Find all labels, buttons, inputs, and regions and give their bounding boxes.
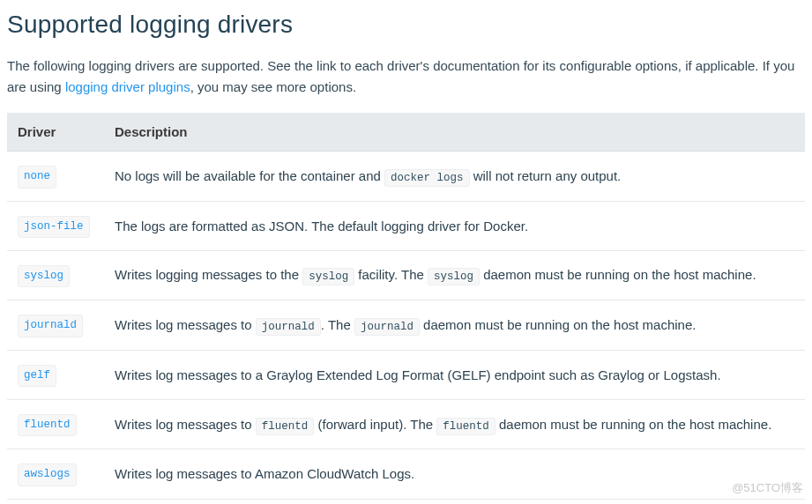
table-row: gelfWrites log messages to a Graylog Ext… — [7, 350, 805, 399]
inline-code: journald — [354, 318, 420, 336]
table-row: json-fileThe logs are formatted as JSON.… — [7, 201, 805, 250]
driver-link-none[interactable]: none — [18, 166, 56, 188]
description-text: daemon must be running on the host machi… — [420, 317, 697, 332]
intro-text-2: , you may see more options. — [190, 79, 356, 94]
drivers-table: Driver Description noneNo logs will be a… — [7, 113, 805, 504]
driver-link-gelf[interactable]: gelf — [18, 365, 56, 387]
driver-link-fluentd[interactable]: fluentd — [18, 414, 77, 436]
intro-paragraph: The following logging drivers are suppor… — [7, 56, 805, 97]
description-cell: Writes logging messages to the syslog fa… — [104, 250, 805, 300]
driver-link-journald[interactable]: journald — [18, 315, 83, 337]
driver-cell: gelf — [7, 350, 104, 399]
driver-link-syslog[interactable]: syslog — [18, 265, 70, 287]
description-text: The logs are formatted as JSON. The defa… — [115, 219, 528, 233]
description-cell: Writes log messages to a Graylog Extende… — [104, 350, 805, 399]
table-row: syslogWrites logging messages to the sys… — [7, 250, 805, 300]
description-cell: Writes log messages to journald. The jou… — [104, 300, 805, 350]
table-header-description: Description — [104, 113, 805, 152]
description-text: Writes log messages to Amazon CloudWatch… — [115, 466, 414, 481]
description-cell: The logs are formatted as JSON. The defa… — [104, 201, 805, 250]
driver-cell: fluentd — [7, 400, 104, 449]
table-row: splunkWrites log messages to splunk usin… — [7, 499, 805, 504]
inline-code: syslog — [302, 268, 354, 285]
description-cell: Writes log messages to Amazon CloudWatch… — [104, 449, 805, 499]
description-text: . The — [321, 317, 354, 332]
table-row: noneNo logs will be available for the co… — [7, 152, 805, 201]
driver-cell: splunk — [7, 499, 104, 504]
table-header-driver: Driver — [7, 113, 104, 152]
description-cell: No logs will be available for the contai… — [104, 152, 805, 201]
description-cell: Writes log messages to splunk using the … — [104, 499, 805, 504]
driver-cell: json-file — [7, 201, 104, 250]
description-text: Writes log messages to — [115, 317, 256, 332]
table-row: fluentdWrites log messages to fluentd (f… — [7, 400, 805, 449]
driver-link-awslogs[interactable]: awslogs — [18, 463, 77, 485]
description-text: Writes logging messages to the — [115, 267, 302, 282]
inline-code: syslog — [428, 268, 480, 285]
driver-cell: awslogs — [7, 449, 104, 499]
inline-code: fluentd — [256, 418, 315, 435]
table-row: journaldWrites log messages to journald.… — [7, 300, 805, 350]
description-text: facility. The — [354, 267, 428, 282]
description-text: will not return any output. — [470, 168, 622, 183]
logging-driver-plugins-link[interactable]: logging driver plugins — [65, 79, 190, 94]
driver-cell: none — [7, 152, 104, 201]
description-cell: Writes log messages to fluentd (forward … — [104, 400, 805, 449]
driver-cell: syslog — [7, 250, 104, 300]
description-text: No logs will be available for the contai… — [115, 168, 384, 183]
inline-code: docker logs — [384, 169, 470, 187]
driver-cell: journald — [7, 300, 104, 350]
description-text: daemon must be running on the host machi… — [480, 267, 756, 282]
description-text: Writes log messages to a Graylog Extende… — [115, 367, 721, 382]
inline-code: journald — [256, 318, 321, 336]
inline-code: fluentd — [436, 418, 495, 435]
description-text: Writes log messages to — [115, 417, 256, 432]
driver-link-json-file[interactable]: json-file — [18, 216, 90, 238]
description-text: daemon must be running on the host machi… — [495, 417, 772, 432]
description-text: (forward input). The — [314, 417, 436, 432]
page-heading: Supported logging drivers — [7, 5, 805, 43]
table-row: awslogsWrites log messages to Amazon Clo… — [7, 449, 805, 499]
